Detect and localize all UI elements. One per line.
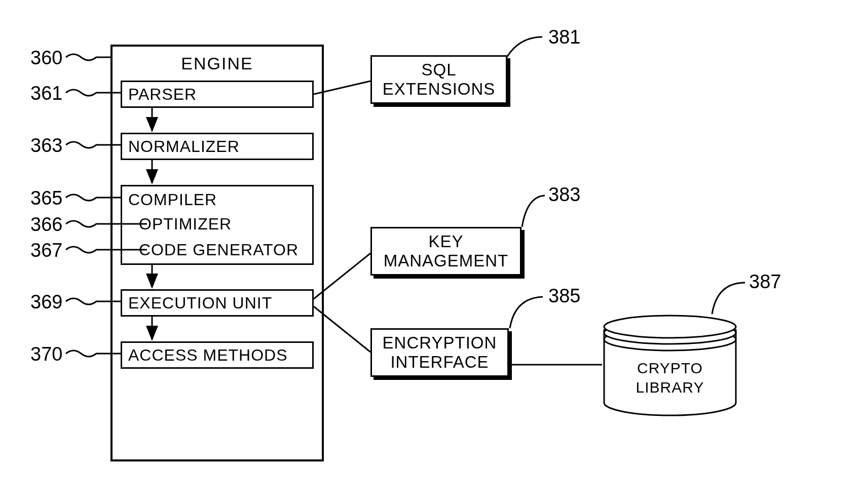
optimizer-label: OPTIMIZER: [139, 215, 232, 234]
engine-title: ENGINE: [113, 54, 322, 73]
ref-360: 360: [30, 47, 62, 69]
execution-unit-box: EXECUTION UNIT: [121, 289, 314, 317]
enc-line2: INTERFACE: [372, 353, 507, 372]
sql-line2: EXTENSIONS: [372, 80, 506, 99]
ref-369: 369: [30, 291, 62, 313]
ref-366: 366: [30, 214, 62, 236]
ref-387: 387: [749, 271, 781, 293]
normalizer-box: NORMALIZER: [121, 133, 314, 160]
ref-381: 381: [548, 26, 580, 48]
ref-363: 363: [30, 135, 62, 157]
enc-line1: ENCRYPTION: [372, 333, 507, 353]
compiler-label: COMPILER: [128, 190, 217, 209]
codegen-label: CODE GENERATOR: [139, 241, 299, 259]
sql-line1: SQL: [372, 60, 506, 80]
svg-point-6: [604, 316, 736, 338]
ref-385: 385: [548, 285, 580, 307]
ref-361: 361: [30, 83, 62, 104]
parser-box: PARSER: [121, 81, 314, 108]
sql-extensions-box: SQL EXTENSIONS: [370, 55, 507, 104]
ref-365: 365: [30, 187, 62, 209]
encryption-interface-box: ENCRYPTION INTERFACE: [370, 328, 509, 377]
access-methods-box: ACCESS METHODS: [121, 341, 314, 369]
key-line2: MANAGEMENT: [372, 251, 520, 270]
ref-370: 370: [30, 343, 62, 365]
svg-point-5: [604, 322, 736, 344]
ref-383: 383: [548, 184, 580, 206]
ref-367: 367: [30, 240, 62, 261]
key-line1: KEY: [372, 232, 520, 251]
crypto-label-1: CRYPTO: [599, 360, 741, 377]
key-management-box: KEY MANAGEMENT: [370, 227, 521, 276]
svg-point-4: [604, 328, 736, 351]
crypto-label-2: LIBRARY: [599, 379, 741, 396]
